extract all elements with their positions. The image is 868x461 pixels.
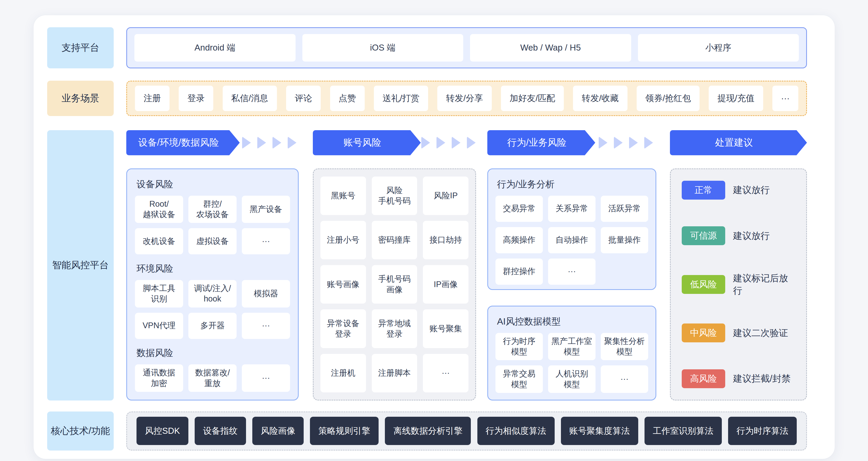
tech-chip: 风控SDK <box>136 417 188 445</box>
stage-cell: 处置建议 <box>670 130 807 155</box>
flow-triangles <box>240 136 299 149</box>
scenario-chip: 登录 <box>179 86 213 111</box>
risk-card: 风险IP <box>423 177 468 215</box>
advice-text: 建议标记后放行 <box>733 272 795 297</box>
risk-level-badge: 可信源 <box>682 226 725 245</box>
risk-card: 高频操作 <box>495 227 543 253</box>
stage-arrow-3: 处置建议 <box>670 130 807 155</box>
risk-card: 注册小号 <box>320 221 366 259</box>
risk-group-title: 环境风险 <box>136 263 290 275</box>
risk-card: 注册脚本 <box>372 354 417 392</box>
tech-row: 核心技术/功能 风控SDK设备指纹风险画像策略规则引擎离线数据分析引擎行为相似度… <box>47 411 807 451</box>
flow-triangle-icon <box>436 136 445 149</box>
flow-triangle-icon <box>452 136 461 149</box>
risk-level-badge: 高风险 <box>682 369 725 388</box>
flow-triangle-icon <box>257 136 266 149</box>
advice-text: 建议二次验证 <box>733 327 788 339</box>
platform-card: Web / Wap / H5 <box>470 34 631 62</box>
risk-card: ··· <box>548 258 595 285</box>
flow-triangle-icon <box>599 136 608 149</box>
risk-card: 改机设备 <box>135 228 183 254</box>
risk-card: 活跃异常 <box>601 196 648 222</box>
tech-chip: 行为相似度算法 <box>477 417 555 445</box>
risk-card: 黑产工作室 模型 <box>548 333 595 361</box>
flow-triangles <box>595 136 656 149</box>
risk-card: ··· <box>242 313 290 339</box>
risk-group: 设备风险Root/ 越狱设备群控/ 农场设备黑产设备改机设备虚拟设备··· <box>135 176 290 255</box>
tech-container: 风控SDK设备指纹风险画像策略规则引擎离线数据分析引擎行为相似度算法账号聚集度算… <box>126 411 807 451</box>
risk-card: 通讯数据 加密 <box>135 364 183 392</box>
risk-columns: 设备风险Root/ 越狱设备群控/ 农场设备黑产设备改机设备虚拟设备···环境风… <box>126 168 807 400</box>
scenario-chip: 注册 <box>135 86 169 111</box>
flow-triangle-icon <box>614 136 623 149</box>
advice-row: 低风险建议标记后放行 <box>682 272 795 297</box>
risk-card: 手机号码 画像 <box>372 265 417 304</box>
flow-triangle-icon <box>421 136 430 149</box>
scenarios-row-label: 业务场景 <box>47 81 114 116</box>
stage-arrow-1: 账号风险 <box>313 130 421 155</box>
advice-text: 建议拦截/封禁 <box>733 372 791 385</box>
risk-card: 模拟器 <box>242 280 290 308</box>
scenario-chip: 点赞 <box>330 86 365 111</box>
advice-row: 中风险建议二次验证 <box>682 324 795 342</box>
risk-card: 注册机 <box>320 354 366 392</box>
advice-panel: 正常建议放行可信源建议放行低风险建议标记后放行中风险建议二次验证高风险建议拦截/… <box>670 168 807 400</box>
account-risk-grid: 黑账号风险 手机号码风险IP注册小号密码撞库接口劫持账号画像手机号码 画像IP画… <box>320 177 468 392</box>
risk-card: 人机识别 模型 <box>548 365 595 393</box>
risk-card: 关系异常 <box>548 196 595 222</box>
platform-section-content: 设备/环境/数据风险账号风险行为/业务风险处置建议 设备风险Root/ 越狱设备… <box>126 130 807 400</box>
flow-triangles <box>421 136 476 149</box>
risk-control-architecture-diagram: 支持平台 Android 端iOS 端Web / Wap / H5小程序 业务场… <box>34 15 835 459</box>
advice-text: 建议放行 <box>733 230 770 242</box>
risk-card: 自动操作 <box>548 227 595 253</box>
risk-card: 账号画像 <box>320 265 366 304</box>
stage-arrow-0: 设备/环境/数据风险 <box>126 130 240 155</box>
risk-card: 黑产设备 <box>242 196 290 223</box>
advice-text: 建议放行 <box>733 184 770 196</box>
flow-triangle-icon <box>629 136 638 149</box>
platform-card: Android 端 <box>134 34 296 62</box>
stage-cell: 行为/业务风险 <box>487 130 656 155</box>
scenario-chip: 转发/收藏 <box>573 86 627 111</box>
platform-card: iOS 端 <box>302 34 463 62</box>
platforms-row-label: 支持平台 <box>47 27 114 68</box>
scenario-chip: 提现/充值 <box>709 86 763 111</box>
scenario-chip: 转发/分享 <box>437 86 492 111</box>
risk-card: 批量操作 <box>601 227 648 253</box>
risk-card: 行为时序 模型 <box>495 333 543 361</box>
risk-card: Root/ 越狱设备 <box>135 196 183 223</box>
risk-card-grid: 行为时序 模型黑产工作室 模型聚集性分析 模型异常交易 模型人机识别 模型··· <box>495 333 648 393</box>
flow-triangle-icon <box>644 136 653 149</box>
advice-row: 高风险建议拦截/封禁 <box>682 369 795 388</box>
scenario-chip: 评论 <box>286 86 321 111</box>
platforms-row: 支持平台 Android 端iOS 端Web / Wap / H5小程序 <box>47 27 807 68</box>
scenario-chip: 送礼/打赏 <box>374 86 428 111</box>
advice-row: 正常建议放行 <box>682 181 795 199</box>
scenarios-container: 注册登录私信/消息评论点赞送礼/打赏转发/分享加好友/匹配转发/收藏领券/抢红包… <box>126 81 807 116</box>
risk-card: 多开器 <box>188 313 237 339</box>
stage-cell: 设备/环境/数据风险 <box>126 130 299 155</box>
stage-arrow-2: 行为/业务风险 <box>487 130 595 155</box>
risk-card-grid: Root/ 越狱设备群控/ 农场设备黑产设备改机设备虚拟设备··· <box>135 196 290 255</box>
flow-triangle-icon <box>288 136 297 149</box>
scenarios-row: 业务场景 注册登录私信/消息评论点赞送礼/打赏转发/分享加好友/匹配转发/收藏领… <box>47 81 807 116</box>
risk-level-badge: 低风险 <box>682 275 725 294</box>
risk-card: 密码撞库 <box>372 221 417 259</box>
tech-chip: 设备指纹 <box>195 417 246 445</box>
tech-chip: 风险画像 <box>252 417 304 445</box>
risk-level-badge: 中风险 <box>682 324 725 342</box>
risk-card: IP画像 <box>423 265 468 304</box>
platform-section-row: 智能风控平台 设备/环境/数据风险账号风险行为/业务风险处置建议 设备风险Roo… <box>47 130 807 400</box>
risk-card: 异常交易 模型 <box>495 365 543 393</box>
risk-group: 数据风险通讯数据 加密数据篡改/ 重放··· <box>135 345 290 392</box>
behavior-analysis-box: 行为/业务分析交易异常关系异常活跃异常高频操作自动操作批量操作群控操作··· <box>487 168 656 290</box>
scenario-chip: 私信/消息 <box>223 86 277 111</box>
risk-card: 数据篡改/ 重放 <box>188 364 237 392</box>
risk-card: 虚拟设备 <box>188 228 237 254</box>
risk-card: VPN代理 <box>135 313 183 339</box>
risk-card: 交易异常 <box>495 196 543 222</box>
risk-card-grid: 交易异常关系异常活跃异常高频操作自动操作批量操作群控操作··· <box>495 196 648 285</box>
risk-card: ··· <box>242 364 290 392</box>
platforms-container: Android 端iOS 端Web / Wap / H5小程序 <box>126 27 807 68</box>
tech-chip: 离线数据分析引擎 <box>385 417 471 445</box>
